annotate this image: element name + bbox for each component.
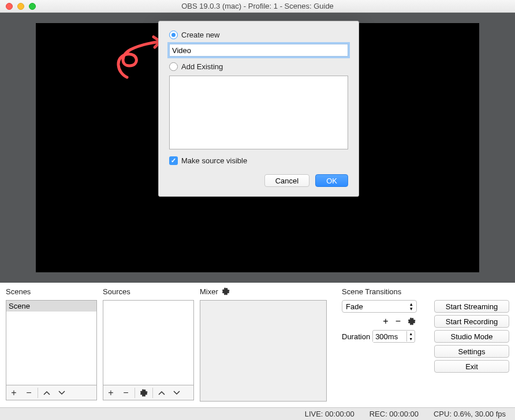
mixer-panel: Mixer — [200, 286, 327, 402]
remove-transition-button[interactable]: − — [395, 316, 401, 327]
chevron-updown-icon: ▴▾ — [410, 302, 413, 311]
transition-selected: Fade — [346, 302, 363, 311]
add-transition-button[interactable]: + — [383, 316, 388, 327]
source-properties-button[interactable] — [136, 385, 151, 400]
scenes-title: Scenes — [6, 286, 97, 297]
status-live: LIVE: 00:00:00 — [305, 410, 354, 418]
status-bar: LIVE: 00:00:00 REC: 00:00:00 CPU: 0.6%, … — [0, 407, 515, 420]
transitions-title: Scene Transitions — [342, 286, 423, 297]
transitions-panel: Scene Transitions Fade ▴▾ + − Duration ▲… — [342, 286, 423, 402]
gear-icon — [140, 389, 148, 397]
ok-button[interactable]: OK — [315, 174, 348, 187]
status-rec: REC: 00:00:00 — [370, 410, 419, 418]
add-scene-button[interactable]: + — [6, 385, 21, 400]
scenes-panel: Scenes Scene + − — [6, 286, 97, 402]
studio-mode-button[interactable]: Studio Mode — [434, 330, 509, 343]
spin-up-button[interactable]: ▲ — [407, 331, 415, 336]
remove-scene-button[interactable]: − — [21, 385, 36, 400]
make-visible-label: Make source visible — [181, 156, 247, 165]
add-source-dialog: Create new Add Existing Make source visi… — [158, 21, 359, 197]
window-title: OBS 19.0.3 (mac) - Profile: 1 - Scenes: … — [0, 2, 515, 10]
cancel-button[interactable]: Cancel — [264, 174, 309, 187]
sources-panel: Sources + − — [103, 286, 194, 402]
existing-sources-list[interactable] — [169, 76, 348, 149]
make-visible-row[interactable]: Make source visible — [169, 156, 348, 165]
sources-toolbar: + − — [103, 385, 194, 400]
move-source-up-button[interactable] — [154, 385, 169, 400]
scenes-toolbar: + − — [6, 385, 97, 400]
transition-select[interactable]: Fade ▴▾ — [342, 300, 417, 313]
scenes-list[interactable]: Scene — [6, 300, 97, 385]
gear-icon[interactable] — [222, 287, 230, 295]
source-name-input[interactable] — [169, 44, 348, 57]
move-scene-down-button[interactable] — [54, 385, 69, 400]
gear-icon[interactable] — [408, 317, 416, 325]
add-source-button[interactable]: + — [103, 385, 118, 400]
remove-source-button[interactable]: − — [118, 385, 133, 400]
create-new-radio[interactable] — [169, 31, 178, 39]
duration-spinbox[interactable]: ▲ ▼ — [372, 330, 415, 343]
status-cpu: CPU: 0.6%, 30.00 fps — [434, 410, 506, 418]
add-existing-radio[interactable] — [169, 62, 178, 71]
mixer-body — [200, 300, 327, 402]
add-existing-radio-row[interactable]: Add Existing — [169, 62, 348, 71]
start-recording-button[interactable]: Start Recording — [434, 315, 509, 328]
start-streaming-button[interactable]: Start Streaming — [434, 300, 509, 313]
settings-button[interactable]: Settings — [434, 345, 509, 358]
add-existing-label: Add Existing — [181, 62, 223, 71]
create-new-label: Create new — [181, 31, 219, 39]
move-scene-up-button[interactable] — [39, 385, 54, 400]
mixer-title: Mixer — [200, 287, 218, 296]
exit-button[interactable]: Exit — [434, 360, 509, 373]
sources-list[interactable] — [103, 300, 194, 385]
make-visible-checkbox[interactable] — [169, 156, 178, 165]
create-new-radio-row[interactable]: Create new — [169, 31, 348, 39]
sources-title: Sources — [103, 286, 194, 297]
controls-panel: Start Streaming Start Recording Studio M… — [434, 300, 509, 402]
duration-label: Duration — [342, 332, 370, 341]
spin-down-button[interactable]: ▼ — [407, 336, 415, 342]
duration-input[interactable] — [373, 331, 406, 342]
list-item[interactable]: Scene — [6, 301, 96, 312]
title-bar: OBS 19.0.3 (mac) - Profile: 1 - Scenes: … — [0, 0, 515, 13]
move-source-down-button[interactable] — [169, 385, 184, 400]
